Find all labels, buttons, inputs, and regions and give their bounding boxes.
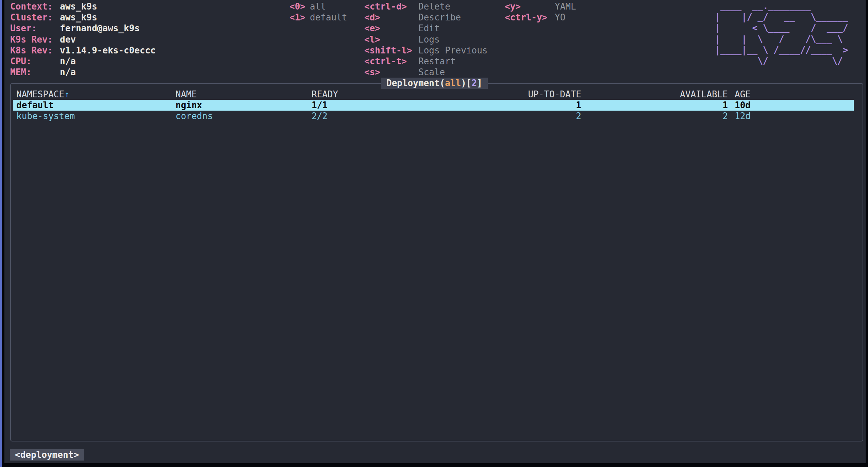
k9s-logo-icon: ____ __.________ | |/ _/ __ \______ | < … [715,1,848,66]
k8s-rev-value: v1.14.9-eks-c0eccc [60,45,156,55]
hotkey-yo-label: YO [555,12,565,22]
panel-title: Deployment(all)[2] [381,78,488,89]
k9s-rev-value: dev [60,34,76,45]
hotkey-logs-previous-label: Logs Previous [418,45,488,55]
cluster-row: Cluster:aws_k9s [10,12,156,23]
hotkey-restart-label: Restart [418,56,456,66]
hotkey-yo-key: <ctrl-y> [505,12,555,23]
cell-ready: 1/1 [312,100,328,111]
column-header-age[interactable]: AGE [735,89,751,100]
user-label: User: [10,23,60,34]
cluster-value: aws_k9s [60,12,97,22]
user-value: fernand@aws_k9s [60,23,140,33]
column-header-namespace[interactable]: NAMESPACE↑ [16,89,70,100]
hotkey-all-label: all [310,1,326,12]
hotkey-edit: <e>Edit [364,23,488,34]
k8s-rev-label: K8s Rev: [10,45,60,56]
cell-up-to-date: 1 [476,100,581,111]
hotkey-edit-label: Edit [418,23,440,33]
hotkey-default-key: <1> [289,12,310,23]
resource-panel-border [10,83,863,441]
panel-title-bracket-close: ] [477,78,482,88]
cpu-value: n/a [60,56,76,66]
cell-age: 12d [735,111,751,122]
hotkey-logs-label: Logs [418,34,440,45]
hotkey-delete: <ctrl-d>Delete [364,1,488,12]
sort-ascending-icon: ↑ [64,89,70,99]
column-header-available[interactable]: AVAILABLE [629,89,728,100]
cell-age: 10d [735,100,751,111]
cell-available: 1 [629,100,728,111]
window-accent-bar [0,0,2,467]
mem-label: MEM: [10,67,60,78]
panel-title-bracket-open: [ [466,78,472,88]
k9s-rev-row: K9s Rev:dev [10,34,156,45]
hotkey-describe-label: Describe [418,12,461,22]
cell-ready: 2/2 [312,111,328,122]
hotkey-yaml-key: <y> [505,1,555,12]
hotkey-logs-key: <l> [364,34,418,45]
context-row: Context:aws_k9s [10,1,156,12]
hotkeys-namespaces: <0>all <1>default [289,1,347,23]
hotkeys-actions: <ctrl-d>Delete <d>Describe <e>Edit <l>Lo… [364,1,488,78]
hotkey-logs-previous: <shift-l>Logs Previous [364,45,488,56]
table-row-coredns[interactable]: kube-system coredns 2/2 2 2 12d [13,111,854,122]
panel-title-paren-open: ( [440,78,445,88]
cpu-label: CPU: [10,56,60,67]
hotkey-restart-key: <ctrl-t> [364,56,418,67]
mem-row: MEM:n/a [10,67,156,78]
cell-namespace: default [16,100,54,111]
cpu-row: CPU:n/a [10,56,156,67]
table-header-row: NAMESPACE↑ NAME READY UP-TO-DATE AVAILAB… [13,89,854,100]
user-row: User:fernand@aws_k9s [10,23,156,34]
hotkey-describe-key: <d> [364,12,418,23]
hotkey-delete-key: <ctrl-d> [364,1,418,12]
panel-title-scope: all [445,78,461,88]
hotkey-yaml-label: YAML [555,1,576,12]
hotkey-logs-previous-key: <shift-l> [364,45,418,56]
k9s-rev-label: K9s Rev: [10,34,60,45]
hotkeys-yaml: <y>YAML <ctrl-y>YO [505,1,576,23]
column-header-ready[interactable]: READY [312,89,338,100]
hotkey-yaml: <y>YAML [505,1,576,12]
panel-title-count: 2 [471,78,477,88]
context-label: Context: [10,1,60,12]
hotkey-yo: <ctrl-y>YO [505,12,576,23]
hotkey-default-label: default [310,12,347,22]
cell-namespace: kube-system [16,111,75,122]
cell-available: 2 [629,111,728,122]
cluster-info: Context:aws_k9s Cluster:aws_k9s User:fer… [10,1,156,78]
hotkey-restart: <ctrl-t>Restart [364,56,488,67]
hotkey-scale-label: Scale [418,67,445,77]
cell-name: nginx [176,100,202,111]
hotkey-delete-label: Delete [418,1,450,12]
cluster-label: Cluster: [10,12,60,23]
cell-up-to-date: 2 [476,111,581,122]
hotkey-all-key: <0> [289,1,310,12]
hotkey-edit-key: <e> [364,23,418,34]
panel-title-paren-close: ) [461,78,466,88]
context-value: aws_k9s [60,1,97,12]
column-header-up-to-date[interactable]: UP-TO-DATE [476,89,581,100]
hotkey-scale: <s>Scale [364,67,488,78]
panel-title-kind: Deployment [386,78,440,88]
hotkey-scale-key: <s> [364,67,418,78]
hotkey-describe: <d>Describe [364,12,488,23]
k8s-rev-row: K8s Rev:v1.14.9-eks-c0eccc [10,45,156,56]
hotkey-all: <0>all [289,1,347,12]
cell-name: coredns [176,111,213,122]
table-row-nginx-selected[interactable]: default nginx 1/1 1 1 10d [13,100,854,111]
column-header-namespace-label: NAMESPACE [16,89,64,99]
mem-value: n/a [60,67,76,77]
hotkey-logs: <l>Logs [364,34,488,45]
column-header-name[interactable]: NAME [176,89,197,100]
k9s-screen: Context:aws_k9s Cluster:aws_k9s User:fer… [0,0,868,467]
hotkey-default: <1>default [289,12,347,23]
breadcrumb-deployment[interactable]: <deployment> [10,449,84,461]
